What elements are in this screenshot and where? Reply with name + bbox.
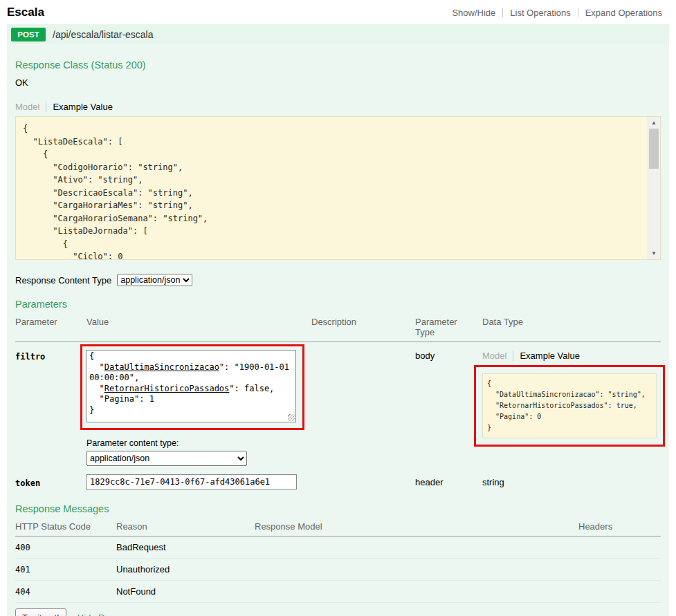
parameter-row-token: token header string (15, 474, 661, 489)
col-http-status-code: HTTP Status Code (15, 521, 116, 532)
parameter-data-type-cell: Model Example Value { "DataUltimaSincron… (482, 348, 665, 447)
tab-model[interactable]: Model (482, 351, 513, 361)
page-title: Escala (7, 6, 44, 19)
response-class-heading: Response Class (Status 200) (15, 59, 661, 71)
response-example-json: { "ListaDeEscala": [ { "CodigoHorario": … (16, 117, 660, 260)
parameter-name: filtro (15, 348, 86, 362)
parameter-content-type-label: Parameter content type: (86, 438, 311, 448)
tab-model[interactable]: Model (15, 102, 46, 112)
status-code: 401 (15, 565, 116, 575)
response-content-type-label: Response Content Type (15, 275, 111, 286)
status-code: 404 (15, 587, 116, 597)
tab-example-value[interactable]: Example Value (513, 351, 579, 361)
parameter-value-cell (86, 474, 311, 489)
response-example-snippet: { "ListaDeEscala": [ { "CodigoHorario": … (15, 116, 661, 260)
parameter-type-value: header (415, 474, 482, 487)
annotation-rectangle: { "DataUltimaSincronizacao": "1900-01-01… (80, 344, 304, 430)
top-bar: Escala Show/Hide List Operations Expand … (0, 0, 676, 24)
parameter-type-value: body (415, 348, 482, 361)
reason: Unauthorized (116, 564, 255, 575)
show-hide-link[interactable]: Show/Hide (445, 8, 502, 18)
parameters-table-header: Parameter Value Description Parameter Ty… (15, 317, 661, 342)
try-it-out-button[interactable]: Try it out! (15, 608, 66, 616)
expand-operations-link[interactable]: Expand Operations (578, 8, 669, 18)
data-type-tabs: Model Example Value (482, 351, 665, 361)
scroll-down-arrow-icon[interactable]: ▼ (648, 248, 659, 259)
parameter-example-snippet: { "DataUltimaSincronizacao": "string", "… (482, 373, 657, 438)
filtro-value-textarea[interactable]: { "DataUltimaSincronizacao": "1900-01-01… (86, 350, 296, 422)
response-message-row: 400 BadRequest (15, 536, 661, 559)
parameter-name: token (15, 474, 86, 488)
operation-heading[interactable]: POST /api/escala/listar-escala (7, 24, 669, 44)
response-message-row: 404 NotFound (15, 581, 661, 603)
response-content-type-select[interactable]: application/json (117, 274, 192, 286)
hide-response-link[interactable]: Hide Response (77, 613, 139, 616)
parameter-content-type-select[interactable]: application/json (86, 451, 247, 466)
parameter-data-type-value: string (482, 474, 661, 487)
http-method-badge: POST (11, 28, 46, 41)
response-class-tabs: Model Example Value (15, 102, 661, 112)
parameter-value-cell: { "DataUltimaSincronizacao": "1900-01-01… (86, 348, 311, 466)
annotation-rectangle: { "DataUltimaSincronizacao": "string", "… (474, 365, 665, 447)
scroll-up-arrow-icon[interactable]: ▲ (648, 117, 659, 129)
swagger-page: Escala Show/Hide List Operations Expand … (0, 0, 676, 616)
operation-content: Response Class (Status 200) OK Model Exa… (7, 44, 669, 616)
operation-footer: Try it out! Hide Response (15, 608, 661, 616)
operation-panel: POST /api/escala/listar-escala Response … (7, 24, 669, 616)
resize-handle-icon[interactable] (288, 414, 295, 421)
scrollbar-thumb[interactable] (649, 129, 659, 169)
col-reason: Reason (116, 521, 255, 532)
token-value-input[interactable] (86, 474, 297, 489)
list-operations-link[interactable]: List Operations (503, 8, 577, 18)
top-nav: Show/Hide List Operations Expand Operati… (445, 8, 669, 18)
vertical-scrollbar[interactable]: ▲ ▼ (648, 117, 660, 259)
col-headers: Headers (578, 521, 661, 532)
operation-path-link[interactable]: /api/escala/listar-escala (53, 29, 154, 40)
status-code: 400 (15, 543, 116, 552)
parameter-example-json: { "DataUltimaSincronizacao": "string", "… (487, 378, 652, 433)
col-parameter-type: Parameter Type (415, 317, 482, 337)
response-messages-heading: Response Messages (15, 503, 661, 514)
parameter-row-filtro: filtro { "DataUltimaSincronizacao": "190… (15, 342, 661, 466)
col-parameter: Parameter (15, 317, 86, 337)
col-response-model: Response Model (255, 521, 578, 532)
response-messages-table-header: HTTP Status Code Reason Response Model H… (15, 521, 661, 536)
col-value: Value (86, 317, 311, 337)
parameters-heading: Parameters (15, 299, 661, 310)
response-content-type-row: Response Content Type application/json (15, 274, 661, 286)
reason: NotFound (116, 586, 255, 597)
col-data-type: Data Type (482, 317, 661, 337)
col-description: Description (311, 317, 415, 337)
response-status-text: OK (15, 77, 661, 88)
tab-example-value[interactable]: Example Value (46, 102, 112, 112)
response-message-row: 401 Unauthorized (15, 559, 661, 581)
reason: BadRequest (116, 542, 255, 552)
